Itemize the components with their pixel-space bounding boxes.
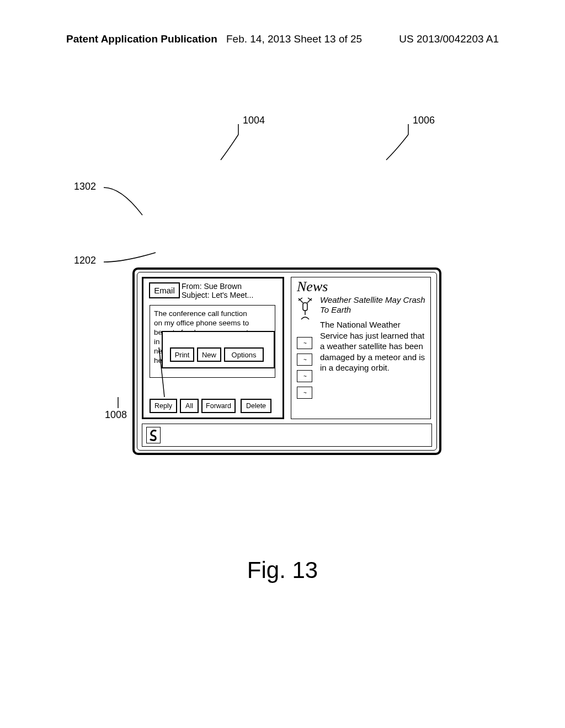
device-screen: Email From: Sue Brown Subject: Let's Mee… — [137, 272, 437, 451]
s-glyph-icon — [149, 429, 158, 442]
taskbar[interactable] — [142, 424, 432, 447]
popup-print-button[interactable]: Print — [170, 347, 194, 362]
svg-rect-3 — [303, 303, 307, 311]
header-center: Feb. 14, 2013 Sheet 13 of 25 — [226, 33, 362, 45]
email-body-line: The conference call function — [154, 309, 271, 318]
news-thumb[interactable] — [297, 370, 312, 382]
email-popup: Print New Options — [162, 331, 275, 368]
ref-1202: 1202 — [74, 255, 96, 266]
news-pane[interactable]: News Weather Satellite May Crash To Eart… — [291, 277, 431, 419]
start-button[interactable] — [146, 427, 161, 443]
news-title: News — [297, 279, 328, 295]
btn-label: Forward — [206, 402, 231, 410]
email-app-chip[interactable]: Email — [149, 282, 180, 298]
delete-button[interactable]: Delete — [241, 399, 271, 413]
btn-label: Reply — [154, 402, 172, 410]
news-thumb[interactable] — [297, 337, 312, 349]
btn-label: Print — [175, 351, 190, 359]
btn-label: Delete — [246, 402, 266, 410]
btn-label: New — [202, 351, 216, 359]
figure-label: Fig. 13 — [0, 557, 565, 584]
forward-button[interactable]: Forward — [201, 399, 236, 413]
btn-label: All — [185, 402, 193, 410]
satellite-icon — [296, 295, 315, 323]
header-left: Patent Application Publication — [66, 33, 217, 45]
popup-new-button[interactable]: New — [197, 347, 221, 362]
ref-1004: 1004 — [243, 115, 265, 126]
header-right: US 2013/0042203 A1 — [399, 33, 499, 45]
reply-all-button[interactable]: All — [180, 399, 199, 413]
email-from-line: From: Sue Brown — [182, 282, 242, 291]
news-body: The National Weather Service has just le… — [320, 319, 426, 373]
email-body-line: on my office phone seems to — [154, 318, 271, 328]
ref-1006: 1006 — [413, 115, 435, 126]
figure-area: 1004 1006 1302 1202 1008 Email From: Sue… — [0, 110, 565, 441]
email-chip-label: Email — [154, 286, 175, 295]
email-subject-line: Subject: Let's Meet... — [182, 291, 253, 299]
ref-1302: 1302 — [74, 181, 96, 192]
btn-label: Options — [232, 351, 257, 359]
ref-1008: 1008 — [105, 409, 127, 421]
news-thumb[interactable] — [297, 354, 312, 366]
news-headline: Weather Satellite May Crash To Earth — [320, 295, 426, 315]
device-frame: Email From: Sue Brown Subject: Let's Mee… — [132, 267, 441, 455]
email-pane[interactable]: Email From: Sue Brown Subject: Let's Mee… — [142, 277, 284, 419]
popup-options-button[interactable]: Options — [224, 347, 264, 362]
reply-button[interactable]: Reply — [150, 399, 177, 413]
news-thumb[interactable] — [297, 387, 312, 399]
